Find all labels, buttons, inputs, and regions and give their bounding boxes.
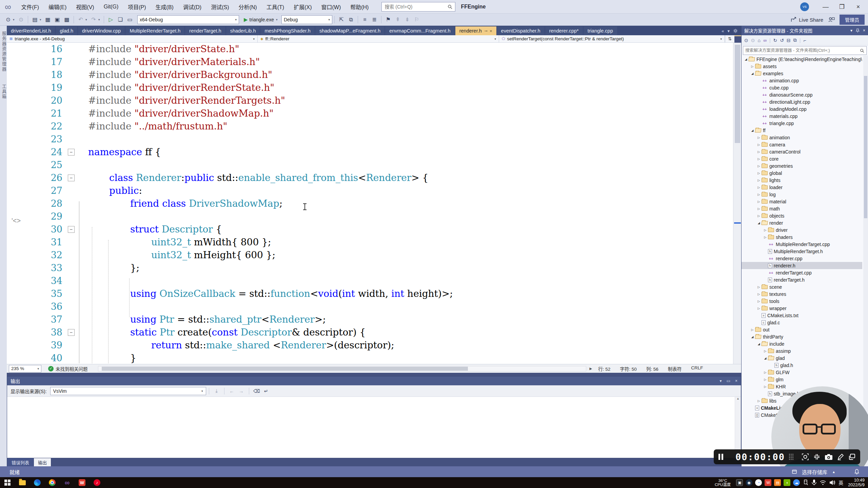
- solution-explorer-scrollbar[interactable]: [863, 56, 868, 466]
- tree-item-glm[interactable]: ▷glm: [742, 376, 862, 383]
- member-dropdown[interactable]: ⬠ setRenderTarget(const RenderTarget::Pt…: [499, 35, 725, 42]
- code-line[interactable]: 39return std::make_shared <Renderer>(des…: [7, 339, 733, 352]
- input-language-indicator[interactable]: 英: [839, 479, 843, 486]
- tree-item-assimp[interactable]: ▷assimp: [742, 347, 862, 354]
- code-line[interactable]: 25: [7, 159, 733, 171]
- tree-item-FFEngine-E-teaching-RenderingEngineTeaching-Code[interactable]: ◢FFEngine (E:\teaching\RenderingEngineTe…: [742, 56, 862, 63]
- menu-item-2[interactable]: 视图(V): [72, 1, 98, 12]
- document-health-indicator[interactable]: ✓ 未找到相关问题: [48, 365, 88, 372]
- tree-item-material[interactable]: ▷material: [742, 198, 862, 205]
- bookmark-next-icon[interactable]: ⇟: [403, 15, 412, 24]
- menu-item-10[interactable]: 扩展(X): [290, 1, 316, 12]
- code-line[interactable]: 40}: [7, 352, 733, 364]
- cpu-temp-indicator[interactable]: 36°C CPU温度: [715, 479, 731, 487]
- code-line[interactable]: 26−class Renderer:public std::enable_sha…: [7, 171, 733, 184]
- select-repository-button[interactable]: 选择存储库: [802, 468, 827, 475]
- code-line[interactable]: 29: [7, 210, 733, 223]
- editor-scrollbar-thumb[interactable]: [735, 45, 740, 143]
- tree-item-dianosaurScene-cpp[interactable]: ++dianosaurScene.cpp: [742, 91, 862, 98]
- document-tab-driverWindow-cpp[interactable]: driverWindow.cpp: [78, 26, 125, 35]
- restore-button[interactable]: ❐: [834, 1, 850, 13]
- editor-zoom-dropdown[interactable]: 235 %▾: [9, 365, 41, 372]
- collapsed-arrow-icon[interactable]: ▷: [756, 157, 761, 161]
- tree-item-scene[interactable]: ▷scene: [742, 283, 862, 290]
- split-window-button[interactable]: ⇅: [725, 35, 734, 42]
- navigate-back-dropdown-icon[interactable]: ▾: [13, 18, 16, 21]
- tree-item-renderTarget-cpp[interactable]: ++renderTarget.cpp: [742, 269, 862, 276]
- se-home-icon[interactable]: ⌂: [757, 38, 760, 43]
- next-message-icon[interactable]: →: [237, 387, 245, 395]
- tab-close-icon[interactable]: ×: [490, 28, 492, 34]
- collapsed-arrow-icon[interactable]: ▷: [756, 193, 761, 196]
- tree-item-cameraControl[interactable]: ▷cameraControl: [742, 148, 862, 155]
- collapsed-arrow-icon[interactable]: ▷: [756, 143, 761, 146]
- menu-item-11[interactable]: 窗口(W): [317, 1, 345, 12]
- collapsed-arrow-icon[interactable]: ▷: [763, 236, 768, 239]
- se-properties-icon[interactable]: ⌐: [803, 38, 806, 43]
- bookmark-icon[interactable]: ⚑: [384, 15, 393, 24]
- collapsed-arrow-icon[interactable]: ▷: [756, 399, 761, 403]
- attach-icon[interactable]: ⇱: [337, 15, 346, 24]
- tree-item-geometries[interactable]: ▷geometries: [742, 162, 862, 169]
- menu-item-9[interactable]: 工具(T): [262, 1, 288, 12]
- volume-tray-icon[interactable]: [829, 480, 836, 486]
- tree-item-core[interactable]: ▷core: [742, 155, 862, 162]
- fold-toggle[interactable]: −: [68, 149, 75, 156]
- expanded-arrow-icon[interactable]: ◢: [750, 72, 755, 75]
- panel-position-icon[interactable]: ▾: [850, 28, 852, 33]
- edge-taskbar-icon[interactable]: [30, 477, 45, 488]
- tree-item-cube-cpp[interactable]: ++cube.cpp: [742, 84, 862, 91]
- navigate-back-icon[interactable]: ⊙: [4, 15, 13, 24]
- tree-item-objects[interactable]: ▷objects: [742, 212, 862, 219]
- panel-close-icon[interactable]: ×: [863, 28, 865, 33]
- debug-mode-dropdown[interactable]: Debug▾: [281, 15, 332, 24]
- collapsed-arrow-icon[interactable]: ▷: [756, 307, 761, 310]
- tree-item-lights[interactable]: ▷lights: [742, 177, 862, 184]
- se-show-all-files-icon[interactable]: ⧉: [793, 37, 797, 43]
- account-avatar[interactable]: VS: [800, 2, 809, 11]
- new-file-icon[interactable]: ▤: [31, 15, 39, 24]
- select-region-icon[interactable]: [802, 452, 809, 462]
- output-maximize-icon[interactable]: ▭: [727, 379, 730, 383]
- code-line[interactable]: 28friend class DriverShadowMap;: [7, 197, 733, 210]
- document-tab-envmapComm-Fragment-h[interactable]: envmapComm...Fragment.h: [385, 26, 455, 35]
- menu-item-1[interactable]: 编辑(E): [44, 1, 71, 12]
- code-line[interactable]: 37using Ptr = std::shared_ptr<Renderer>;: [7, 313, 733, 326]
- collapsed-arrow-icon[interactable]: ▷: [750, 65, 755, 68]
- line-ending[interactable]: CRLF: [691, 365, 703, 372]
- orange-app-tray-icon[interactable]: ▤: [774, 479, 781, 486]
- code-line[interactable]: 30−struct Descriptor {: [7, 223, 733, 236]
- code-line[interactable]: 35using OnSizeCallback = std::function<v…: [7, 287, 733, 300]
- profiler-icon[interactable]: ⧉: [347, 15, 355, 24]
- collapsed-arrow-icon[interactable]: ▷: [763, 378, 768, 381]
- collapsed-arrow-icon[interactable]: ▷: [756, 292, 761, 296]
- se-back-icon[interactable]: ⊙: [744, 38, 748, 43]
- configuration-dropdown[interactable]: x64-Debug▾: [137, 15, 239, 24]
- tree-item-shaders[interactable]: ▷shaders: [742, 233, 862, 241]
- expanded-arrow-icon[interactable]: ◢: [756, 342, 761, 346]
- fold-toggle[interactable]: −: [68, 329, 75, 336]
- tab-scroll-left-icon[interactable]: «: [722, 28, 724, 34]
- se-forward-icon[interactable]: ⊙: [751, 38, 755, 43]
- wifi-tray-icon[interactable]: [820, 480, 826, 486]
- code-line[interactable]: 20#include "driver/driverRenderTargets.h…: [7, 94, 733, 107]
- document-tab-shaderLib-h[interactable]: shaderLib.h: [226, 26, 260, 35]
- bookmark-clear-icon[interactable]: ⚐: [412, 15, 421, 24]
- tree-item-glad[interactable]: ◢glad: [742, 354, 862, 362]
- tool-tab-输出[interactable]: 输出: [34, 458, 51, 466]
- expanded-arrow-icon[interactable]: ◢: [756, 221, 761, 225]
- code-line[interactable]: 32uint32_t mHeight{ 600 };: [7, 249, 733, 262]
- recbar-drag-handle[interactable]: [789, 454, 793, 460]
- code-line[interactable]: 18#include "driver/driverBackground.h": [7, 68, 733, 81]
- collapsed-arrow-icon[interactable]: ▷: [756, 300, 761, 303]
- code-line[interactable]: 16#include "driver/driverState.h": [7, 43, 733, 56]
- document-tab-glad-h[interactable]: glad.h: [56, 26, 77, 35]
- switch-view-icon[interactable]: ▭: [125, 15, 134, 24]
- visual-studio-taskbar-icon[interactable]: ∞: [60, 477, 75, 488]
- tree-item-directionalLight-cpp[interactable]: ++directionalLight.cpp: [742, 98, 862, 105]
- tree-item-thirdParty[interactable]: ◢thirdParty: [742, 333, 862, 340]
- goto-message-icon[interactable]: ⤓: [213, 387, 221, 395]
- code-line[interactable]: 38−static Ptr create(const Descriptor& d…: [7, 326, 733, 339]
- project-context-dropdown[interactable]: ⊞ triangle.exe - x64-Debug ▾: [7, 35, 258, 42]
- code-line[interactable]: 34: [7, 274, 733, 287]
